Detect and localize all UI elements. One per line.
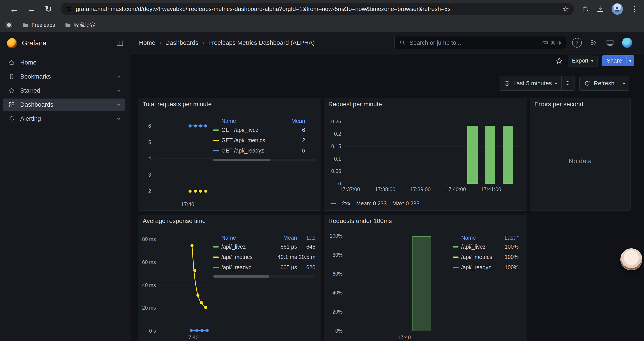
sidebar-item-home[interactable]: Home xyxy=(3,56,125,69)
chevron-down-icon[interactable] xyxy=(115,87,122,94)
browser-menu-icon[interactable]: ⋮ xyxy=(630,5,639,14)
monitor-icon[interactable] xyxy=(606,39,614,47)
back-button[interactable]: ← xyxy=(10,4,18,14)
legend-header: Name Last * xyxy=(453,234,518,242)
share-button[interactable]: Share ▾ xyxy=(602,55,634,66)
download-icon[interactable] xyxy=(596,5,604,13)
news-rss-icon[interactable] xyxy=(590,39,598,47)
address-bar[interactable]: grafana.mathmast.com/d/deytv4rwavabkb/fr… xyxy=(60,3,574,15)
user-avatar[interactable] xyxy=(622,38,632,48)
panel-title[interactable]: Total requests per minute xyxy=(143,101,212,108)
bookmark-star-icon[interactable]: ☆ xyxy=(562,5,569,14)
bookmark-item-freeleaps[interactable]: Freeleaps xyxy=(22,22,55,28)
panel-average-response-time: Average response time 80 ms60 ms40 ms20 … xyxy=(138,215,321,341)
legend-row[interactable]: /api/_metrics 40.1 ms 20.5 m xyxy=(213,252,316,262)
favorite-star-icon[interactable] xyxy=(556,57,563,65)
legend-row[interactable]: /api/_metrics 100% xyxy=(453,252,518,262)
series-name[interactable]: /api/_livez xyxy=(222,244,271,250)
sidebar-item-dashboards[interactable]: Dashboards xyxy=(3,99,125,111)
export-button[interactable]: Export ▾ xyxy=(568,55,597,67)
scrollbar-thumb[interactable] xyxy=(213,275,270,278)
apps-grid-icon[interactable] xyxy=(6,22,12,28)
bar-2xx xyxy=(467,126,478,184)
series-max: Max: 0.233 xyxy=(392,200,420,207)
series-name[interactable]: GET /api/_livez xyxy=(222,127,286,133)
breadcrumb-home[interactable]: Home xyxy=(139,39,156,46)
breadcrumb-separator: › xyxy=(202,39,204,46)
series-mean: 2 xyxy=(286,137,305,144)
column-last[interactable]: Las xyxy=(297,235,316,241)
sidebar-item-bookmarks[interactable]: Bookmarks xyxy=(3,71,125,83)
series-name[interactable]: /api/_readyz xyxy=(222,264,271,270)
legend-row[interactable]: /api/_livez 661 µs 646 xyxy=(213,242,316,252)
data-point xyxy=(188,190,192,193)
toolbar-actions: ⋮ xyxy=(581,3,639,15)
x-tick-label: 17:39:00 xyxy=(405,186,436,192)
y-tick-label: 0.1 xyxy=(324,156,341,162)
search-input[interactable]: Search or jump to... ⌘+k xyxy=(394,36,566,49)
gridline xyxy=(159,262,213,262)
column-name[interactable]: Name xyxy=(453,235,494,241)
chevron-down-icon[interactable] xyxy=(115,73,122,80)
y-axis: 80 ms60 ms40 ms20 ms0 s xyxy=(138,215,156,341)
search-shortcut: ⌘+k xyxy=(542,40,561,46)
column-name[interactable]: Name xyxy=(213,118,286,124)
bookmark-item-blog[interactable]: 收藏博客 xyxy=(65,22,95,29)
bell-icon xyxy=(8,115,15,122)
column-name[interactable]: Name xyxy=(213,235,271,241)
refresh-interval-button[interactable]: ▾ xyxy=(619,76,629,90)
share-menu-button[interactable]: ▾ xyxy=(626,55,634,66)
floating-avatar[interactable] xyxy=(620,248,642,270)
share-label: Share xyxy=(602,55,626,66)
chevron-down-icon[interactable] xyxy=(115,101,122,108)
column-mean[interactable]: Mean xyxy=(271,235,297,241)
sidebar-item-alerting[interactable]: Alerting xyxy=(3,113,125,125)
legend-row[interactable]: /api/_readyz 605 µs 620 xyxy=(213,262,316,272)
zoom-out-button[interactable] xyxy=(562,76,574,90)
extensions-icon[interactable] xyxy=(581,5,589,13)
sidebar-item-starred[interactable]: Starred xyxy=(3,85,125,97)
reload-button[interactable]: ↻ xyxy=(45,4,52,14)
panel-total-requests: Total requests per minute 65432 17:40 xyxy=(138,98,321,211)
help-icon[interactable]: ? xyxy=(572,38,582,48)
grafana-logo[interactable] xyxy=(7,38,17,48)
y-tick-label: 6 xyxy=(138,123,151,129)
series-name[interactable]: GET /api/_readyz xyxy=(222,147,286,154)
chevron-down-icon[interactable] xyxy=(115,115,122,122)
column-mean[interactable]: Mean xyxy=(286,118,305,124)
refresh-button[interactable]: Refresh xyxy=(580,76,619,90)
legend-rows: /api/_livez 100% /api/_metrics 100% /api… xyxy=(453,242,518,272)
url-text[interactable]: grafana.mathmast.com/d/deytv4rwavabkb/fr… xyxy=(76,6,559,13)
legend-row[interactable]: GET /api/_livez 6 xyxy=(213,125,305,135)
scrollbar-thumb[interactable] xyxy=(213,159,270,161)
legend-row[interactable]: GET /api/_readyz 6 xyxy=(213,146,305,156)
forward-button[interactable]: → xyxy=(27,4,36,14)
series-name[interactable]: 2xx xyxy=(342,200,350,207)
collapse-sidebar-icon[interactable] xyxy=(116,39,124,47)
gridline xyxy=(154,175,212,175)
series-name[interactable]: /api/_metrics xyxy=(461,254,494,260)
breadcrumb-dashboards[interactable]: Dashboards xyxy=(165,39,198,46)
bar-under-100ms xyxy=(412,236,431,331)
legend-scrollbar[interactable] xyxy=(213,159,316,161)
column-last[interactable]: Last * xyxy=(494,235,518,241)
legend-row[interactable]: /api/_livez 100% xyxy=(453,242,518,252)
legend-scrollbar[interactable] xyxy=(213,275,316,278)
series-name[interactable]: GET /api/_metrics xyxy=(222,137,286,144)
series-name[interactable]: /api/_readyz xyxy=(461,264,494,270)
series-name[interactable]: /api/_metrics xyxy=(222,254,271,260)
series-mean: 40.1 ms xyxy=(271,254,297,260)
legend-row[interactable]: /api/_readyz 100% xyxy=(453,262,518,272)
site-info-icon[interactable] xyxy=(65,6,72,13)
legend-row[interactable]: GET /api/_metrics 2 xyxy=(213,135,305,146)
gridline xyxy=(346,293,449,293)
no-data-message: No data xyxy=(530,157,630,165)
time-range-picker[interactable]: Last 5 minutes ▾ xyxy=(499,76,562,90)
y-tick-label: 0.2 xyxy=(324,131,341,137)
panel-title[interactable]: Errors per second xyxy=(534,101,583,108)
gridline xyxy=(346,312,449,312)
series-last: 646 xyxy=(297,244,316,250)
browser-profile-avatar[interactable] xyxy=(612,3,623,15)
series-name[interactable]: /api/_livez xyxy=(461,244,494,250)
x-tick-label: 17:40 xyxy=(179,334,205,340)
